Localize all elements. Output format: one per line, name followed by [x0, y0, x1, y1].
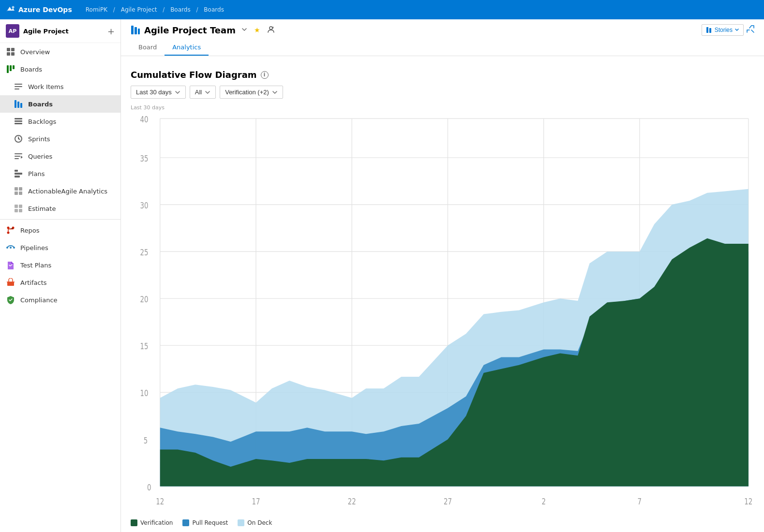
chart-legend: Verification Pull Request On Deck — [121, 516, 764, 532]
team-filter-label: All — [195, 89, 202, 96]
svg-rect-25 — [19, 192, 22, 195]
pipelines-icon — [6, 243, 15, 252]
favorite-button[interactable]: ★ — [252, 25, 262, 35]
sprints-icon — [14, 134, 23, 144]
legend-verification: Verification — [131, 519, 173, 526]
sidebar: AP Agile Project + Overview Boards Work … — [0, 19, 121, 532]
svg-text:5: 5 — [144, 435, 148, 445]
tab-analytics[interactable]: Analytics — [165, 40, 209, 56]
sidebar-item-compliance-label: Compliance — [20, 296, 58, 304]
add-button[interactable]: + — [107, 26, 115, 36]
svg-text:20: 20 — [140, 294, 148, 304]
svg-rect-43 — [709, 28, 711, 33]
content-title-row: Agile Project Team ★ Stories — [131, 24, 754, 36]
team-filter-dropdown[interactable]: All — [190, 86, 216, 99]
app-logo[interactable]: Azure DevOps — [6, 5, 72, 15]
project-name: Agile Project — [23, 28, 104, 35]
sidebar-item-overview-label: Overview — [20, 48, 50, 56]
sidebar-item-plans[interactable]: Plans — [0, 165, 120, 182]
svg-point-35 — [10, 247, 12, 249]
legend-pull-request-color — [182, 519, 189, 526]
boards-group-icon — [6, 64, 15, 74]
sidebar-item-boards[interactable]: Boards — [0, 95, 120, 113]
sidebar-item-backlogs-label: Backlogs — [28, 118, 56, 125]
breadcrumb-item-3[interactable]: Boards — [170, 6, 191, 13]
svg-rect-42 — [706, 27, 708, 33]
test-plans-icon — [6, 260, 15, 270]
person-button[interactable] — [265, 25, 277, 36]
svg-text:25: 25 — [140, 247, 148, 257]
time-filter-label: Last 30 days — [136, 89, 172, 96]
svg-rect-26 — [15, 205, 18, 208]
sidebar-item-compliance[interactable]: Compliance — [0, 291, 120, 309]
svg-rect-20 — [15, 173, 22, 175]
team-dropdown-button[interactable] — [240, 25, 249, 35]
queries-icon — [14, 151, 23, 161]
svg-text:27: 27 — [444, 496, 452, 506]
content-header: Agile Project Team ★ Stories — [121, 19, 764, 56]
avatar: AP — [6, 24, 19, 38]
info-icon[interactable]: i — [261, 71, 269, 79]
plans-icon — [14, 169, 23, 178]
sidebar-item-repos[interactable]: Repos — [0, 222, 120, 239]
sidebar-item-work-items-label: Work Items — [28, 83, 63, 90]
svg-rect-27 — [19, 205, 22, 208]
sidebar-item-actionable-label: ActionableAgile Analytics — [28, 188, 107, 195]
svg-rect-38 — [135, 27, 137, 34]
legend-on-deck-color — [238, 519, 244, 526]
svg-rect-14 — [15, 118, 22, 119]
legend-on-deck-label: On Deck — [247, 519, 272, 526]
svg-text:22: 22 — [348, 496, 356, 506]
swimlane-filter-dropdown[interactable]: Verification (+2) — [220, 86, 283, 99]
title-actions: ★ — [240, 25, 277, 36]
svg-point-41 — [272, 27, 274, 29]
svg-text:Jun: Jun — [155, 505, 165, 506]
svg-text:Jul: Jul — [539, 505, 548, 506]
legend-pull-request-label: Pull Request — [192, 519, 228, 526]
svg-point-34 — [13, 247, 15, 249]
artifacts-icon — [6, 278, 15, 287]
sidebar-item-test-plans[interactable]: Test Plans — [0, 256, 120, 274]
svg-text:17: 17 — [252, 496, 260, 506]
sidebar-item-actionable[interactable]: ActionableAgile Analytics — [0, 182, 120, 200]
svg-rect-6 — [10, 65, 12, 71]
svg-rect-16 — [15, 123, 22, 124]
svg-rect-29 — [19, 209, 22, 212]
sidebar-item-pipelines-label: Pipelines — [20, 244, 48, 251]
chart-subtitle: Last 30 days — [131, 104, 754, 111]
svg-rect-36 — [7, 282, 14, 286]
sidebar-item-backlogs[interactable]: Backlogs — [0, 113, 120, 130]
sidebar-item-repos-label: Repos — [20, 227, 39, 234]
svg-rect-9 — [15, 86, 22, 87]
sidebar-item-plans-label: Plans — [28, 170, 45, 177]
sidebar-item-queries[interactable]: Queries — [0, 148, 120, 165]
sidebar-item-sprints[interactable]: Sprints — [0, 130, 120, 148]
sidebar-item-overview[interactable]: Overview — [0, 43, 120, 60]
breadcrumb: RomiPK / Agile Project / Boards / Boards — [84, 6, 226, 13]
sidebar-item-artifacts[interactable]: Artifacts — [0, 274, 120, 291]
topbar: Azure DevOps RomiPK / Agile Project / Bo… — [0, 0, 764, 19]
svg-point-32 — [7, 232, 10, 234]
stories-dropdown-button[interactable]: Stories — [702, 24, 744, 36]
sidebar-item-pipelines[interactable]: Pipelines — [0, 239, 120, 256]
work-items-icon — [14, 82, 23, 91]
tab-board[interactable]: Board — [131, 40, 165, 56]
svg-rect-5 — [7, 65, 9, 73]
boards-sub-icon — [14, 99, 23, 109]
overview-icon — [6, 47, 15, 57]
legend-pull-request: Pull Request — [182, 519, 228, 526]
time-filter-dropdown[interactable]: Last 30 days — [131, 86, 186, 99]
sidebar-item-work-items[interactable]: Work Items — [0, 78, 120, 95]
svg-rect-7 — [13, 65, 15, 69]
expand-button[interactable] — [747, 25, 754, 35]
breadcrumb-item-2[interactable]: Agile Project — [121, 6, 157, 13]
svg-rect-28 — [15, 209, 18, 212]
actionable-icon — [14, 186, 23, 196]
svg-text:0: 0 — [147, 482, 151, 492]
svg-text:30: 30 — [140, 200, 148, 210]
breadcrumb-item-1[interactable]: RomiPK — [86, 6, 107, 13]
svg-text:12: 12 — [744, 496, 752, 506]
sidebar-item-estimate[interactable]: Estimate — [0, 200, 120, 217]
sidebar-item-boards-group[interactable]: Boards — [0, 60, 120, 78]
cumulative-flow-chart: 0 5 10 15 20 25 — [131, 115, 754, 506]
